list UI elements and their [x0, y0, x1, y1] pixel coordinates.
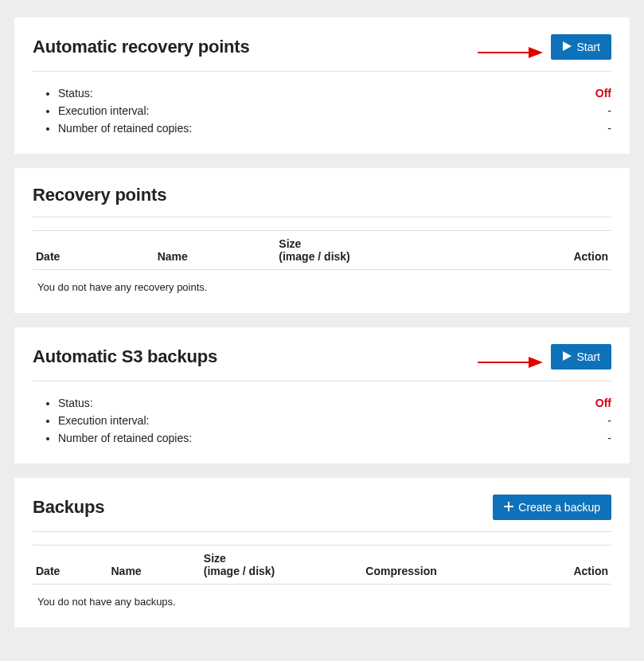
- list-item: Status: Off: [58, 394, 611, 412]
- retained-label: Number of retained copies:: [58, 119, 192, 137]
- panel-recovery-points: Recovery points Date Name Size(image / d…: [14, 168, 630, 313]
- backups-table: Date Name Size(image / disk) Compression…: [33, 545, 611, 585]
- panel-title: Automatic recovery points: [33, 37, 250, 57]
- svg-rect-7: [504, 506, 513, 507]
- panel-title: Automatic S3 backups: [33, 346, 217, 367]
- play-icon: [562, 350, 572, 363]
- col-name: Name: [108, 546, 201, 585]
- empty-message: You do not have any recovery points.: [33, 270, 611, 296]
- interval-label: Execution interval:: [58, 102, 149, 119]
- list-item: Number of retained copies: -: [58, 429, 611, 447]
- col-name: Name: [154, 231, 276, 270]
- col-date: Date: [33, 231, 154, 270]
- interval-label: Execution interval:: [58, 412, 149, 429]
- annotation-arrow: [476, 45, 543, 60]
- panel-header: Automatic S3 backups Start: [33, 344, 611, 381]
- button-label: Start: [576, 350, 600, 363]
- list-item: Execution interval: -: [58, 412, 611, 429]
- button-label: Start: [576, 41, 600, 53]
- start-auto-s3-button[interactable]: Start: [551, 344, 611, 370]
- empty-message: You do not have any backups.: [33, 585, 611, 611]
- list-item: Execution interval: -: [58, 102, 611, 119]
- retained-label: Number of retained copies:: [58, 429, 192, 447]
- list-item: Status: Off: [58, 84, 611, 102]
- list-item: Number of retained copies: -: [58, 119, 611, 137]
- col-size: Size(image / disk): [201, 546, 363, 585]
- play-icon: [562, 41, 572, 53]
- panel-header: Automatic recovery points Start: [33, 34, 611, 72]
- panel-header: Recovery points: [33, 185, 611, 217]
- interval-value: -: [607, 102, 611, 119]
- svg-marker-1: [529, 47, 543, 58]
- panel-auto-s3: Automatic S3 backups Start Status: Off E…: [14, 327, 630, 463]
- recovery-points-table: Date Name Size(image / disk) Action: [33, 230, 611, 270]
- status-value: Off: [595, 394, 611, 412]
- table-header-row: Date Name Size(image / disk) Action: [33, 231, 611, 270]
- panel-auto-recovery: Automatic recovery points Start Status: …: [14, 18, 630, 154]
- col-action: Action: [542, 231, 611, 270]
- create-backup-button[interactable]: Create a backup: [493, 495, 611, 520]
- svg-marker-4: [529, 357, 543, 368]
- button-label: Create a backup: [518, 501, 600, 514]
- annotation-arrow: [476, 355, 543, 370]
- svg-marker-5: [563, 351, 572, 361]
- col-compression: Compression: [362, 546, 541, 585]
- table-header-row: Date Name Size(image / disk) Compression…: [33, 546, 611, 585]
- panel-title: Backups: [33, 497, 104, 518]
- panel-header: Backups Create a backup: [33, 495, 611, 532]
- retained-value: -: [607, 429, 611, 447]
- col-action: Action: [542, 546, 611, 585]
- retained-value: -: [607, 119, 611, 137]
- panel-backups: Backups Create a backup Date Name Size(i…: [14, 478, 630, 628]
- interval-value: -: [607, 412, 611, 429]
- svg-marker-2: [563, 41, 572, 51]
- status-list: Status: Off Execution interval: - Number…: [33, 394, 611, 447]
- col-size: Size(image / disk): [275, 231, 541, 270]
- col-date: Date: [33, 546, 108, 585]
- panel-title: Recovery points: [33, 185, 166, 205]
- status-label: Status:: [58, 394, 93, 412]
- status-value: Off: [595, 84, 611, 102]
- start-auto-recovery-button[interactable]: Start: [551, 34, 611, 60]
- status-label: Status:: [58, 84, 93, 102]
- plus-icon: [504, 501, 513, 514]
- status-list: Status: Off Execution interval: - Number…: [33, 84, 611, 137]
